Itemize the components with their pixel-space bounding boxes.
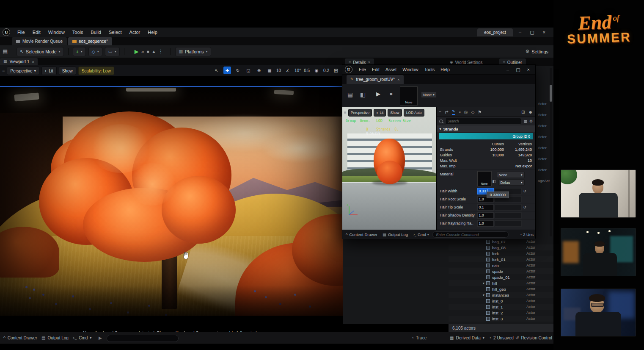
tab-tree-groom-rootuv[interactable]: ✎ tree_groom_rootUV* × — [347, 75, 404, 84]
menu-item[interactable]: Asset — [383, 67, 399, 72]
actor-name[interactable]: inst_0 — [492, 299, 526, 303]
preview-mesh-dropdown[interactable]: None ▾ — [421, 92, 437, 98]
actor-name[interactable]: instances — [492, 293, 526, 297]
revision-control-button[interactable]: ↺ Revision Control — [515, 332, 552, 344]
lit-dropdown[interactable]: ◐Lit — [374, 109, 386, 117]
rotation-snap-value[interactable]: 10° — [294, 68, 301, 73]
outliner-scrollbar[interactable] — [550, 68, 552, 236]
play-options-kebab-icon[interactable]: ⋮ — [158, 49, 163, 54]
hair-tip-scale-slider[interactable] — [495, 204, 522, 211]
actor-name[interactable]: bag_07 — [492, 239, 526, 244]
close-icon[interactable]: × — [459, 110, 461, 114]
sliders-icon[interactable]: ≡ — [439, 110, 442, 114]
menu-item[interactable]: File — [14, 28, 29, 37]
actor-name[interactable]: hill_geo — [492, 287, 526, 292]
row-expander-icon[interactable]: ▾ — [482, 293, 486, 297]
close-icon[interactable]: × — [368, 60, 370, 64]
actor-name[interactable]: rein — [492, 263, 526, 268]
person-icon[interactable]: ☻ — [528, 110, 533, 114]
viewport-canvas[interactable]: No active Level Sequencer detected. Plea… — [0, 76, 343, 332]
browse-icon[interactable]: ◧ — [493, 180, 496, 183]
actor-name[interactable]: bag_08 — [492, 245, 526, 250]
maximize-icon[interactable]: ▢ — [516, 67, 520, 72]
actor-name[interactable]: fork — [492, 251, 526, 256]
close-icon[interactable]: × — [543, 30, 545, 35]
actor-name[interactable]: inst_1 — [492, 305, 526, 309]
row-expander-icon[interactable]: ▾ — [482, 281, 486, 285]
project-tab[interactable]: eos_project — [477, 28, 513, 36]
cmd-dropdown[interactable]: >_ Cmd ▾ — [413, 232, 429, 237]
actor-name[interactable]: spade_01 — [492, 275, 526, 280]
material-default-dropdown[interactable]: Defau ▾ — [498, 179, 525, 186]
content-drawer-button[interactable]: ^ Content Drawer — [346, 232, 377, 237]
outliner-row[interactable]: inst_2 Actor — [449, 310, 553, 316]
minimize-icon[interactable]: – — [506, 67, 509, 72]
grid-icon[interactable]: ▦ — [523, 119, 527, 123]
menu-item[interactable]: Select — [105, 28, 126, 37]
stop-button[interactable]: ■ — [146, 50, 149, 54]
camera-speed-icon[interactable]: ◉ — [313, 67, 320, 74]
close-icon[interactable]: × — [397, 78, 399, 82]
move-tool-icon[interactable]: ✚ — [223, 67, 231, 74]
unreal-logo-icon[interactable]: U — [3, 28, 10, 36]
flag-icon[interactable]: ⚑ — [478, 110, 482, 114]
scrollbar-thumb[interactable] — [550, 85, 552, 102]
settings-button[interactable]: ⚙ Settings — [525, 49, 548, 54]
minimize-icon[interactable]: – — [519, 30, 521, 35]
groom-window-titlebar[interactable]: U FileEditAssetWindowToolsHelp – ▢ × — [342, 65, 535, 75]
content-drawer-button[interactable]: ^ Content Drawer — [3, 332, 37, 344]
save-icon[interactable]: ▤ — [347, 92, 353, 97]
reset-icon[interactable]: ↺ — [523, 206, 527, 209]
outliner-row[interactable]: hill_geo Actor — [449, 286, 553, 292]
perspective-dropdown[interactable]: Perspective — [348, 109, 372, 117]
reset-icon[interactable]: ↺ — [523, 189, 527, 193]
menu-item[interactable]: Build — [87, 28, 105, 37]
tab-movie-render-queue[interactable]: Movie Render Queue — [12, 37, 67, 45]
grid-snap-value[interactable]: 10 — [276, 68, 281, 73]
diamond-icon[interactable]: ◇ — [471, 110, 475, 114]
world-space-icon[interactable]: ⊕ — [255, 67, 263, 74]
browse-to-asset-icon[interactable]: ◧ — [360, 92, 366, 97]
outliner-row[interactable]: fork Actor — [449, 250, 553, 256]
rotate-tool-icon[interactable]: ↻ — [234, 67, 242, 74]
menu-item[interactable]: Window — [399, 67, 421, 72]
editor-mode-dropdown[interactable]: ↖ Selection Mode ▾ — [17, 47, 63, 56]
tab-viewport-1[interactable]: ▦ Viewport 1 × — [0, 58, 38, 65]
strands-section-header[interactable]: ▾ Strands — [437, 125, 535, 132]
actor-name[interactable]: spade — [492, 269, 526, 274]
actor-name[interactable]: inst_2 — [492, 311, 526, 315]
outliner-row[interactable]: inst_0 Actor — [449, 298, 553, 304]
group-id-bar[interactable]: Group ID 0 — [439, 133, 533, 139]
actor-name[interactable]: hill — [492, 281, 526, 286]
preview-mesh-thumbnail[interactable]: None — [400, 86, 418, 106]
close-icon[interactable]: × — [527, 67, 530, 72]
scale-snap-value[interactable]: 0.5 — [304, 68, 310, 73]
outliner-row[interactable]: fork_01 Actor — [449, 256, 553, 262]
select-tool-icon[interactable]: ↖ — [213, 67, 220, 74]
hair-raytracing-input[interactable]: 1.0 — [477, 220, 494, 227]
lod-auto-dropdown[interactable]: LOD Auto — [404, 109, 424, 117]
menu-item[interactable]: Edit — [29, 28, 44, 37]
actor-name[interactable]: inst_3 — [492, 317, 526, 321]
play-button[interactable]: ▶ — [135, 48, 139, 55]
console-play-icon[interactable]: ▶ — [99, 332, 102, 344]
hair-raytracing-slider[interactable] — [495, 220, 522, 227]
frame-skip-button[interactable]: » — [141, 49, 144, 54]
cmd-dropdown[interactable]: >_ Cmd ▾ — [73, 332, 91, 344]
show-dropdown[interactable]: Show — [59, 67, 76, 75]
unsaved-button[interactable]: ◔ 2 Unsaved — [489, 332, 514, 344]
perspective-dropdown[interactable]: Perspective ▾ — [7, 67, 39, 75]
gear-icon[interactable]: ⚙ — [529, 119, 533, 123]
menu-item[interactable]: Actor — [126, 28, 144, 37]
outliner-row[interactable]: rein Actor — [449, 262, 553, 268]
outliner-row[interactable]: bag_08 Actor — [449, 244, 553, 250]
camera-speed-value[interactable]: 0.2 — [323, 68, 329, 73]
outliner-row[interactable]: inst_1 Actor — [449, 304, 553, 310]
outliner-row[interactable]: spade Actor — [449, 268, 553, 274]
outliner-row[interactable]: ▾ instances Actor — [449, 292, 553, 298]
blueprints-button[interactable]: ◇ ▾ — [88, 47, 102, 56]
details-search-input[interactable] — [445, 118, 522, 125]
cinematics-button[interactable]: ▭ ▾ — [105, 47, 120, 56]
derived-data-dropdown[interactable]: ▦ Derived Data ▾ — [450, 332, 484, 344]
unsaved-button[interactable]: ◔ 2 Uns — [520, 232, 534, 237]
